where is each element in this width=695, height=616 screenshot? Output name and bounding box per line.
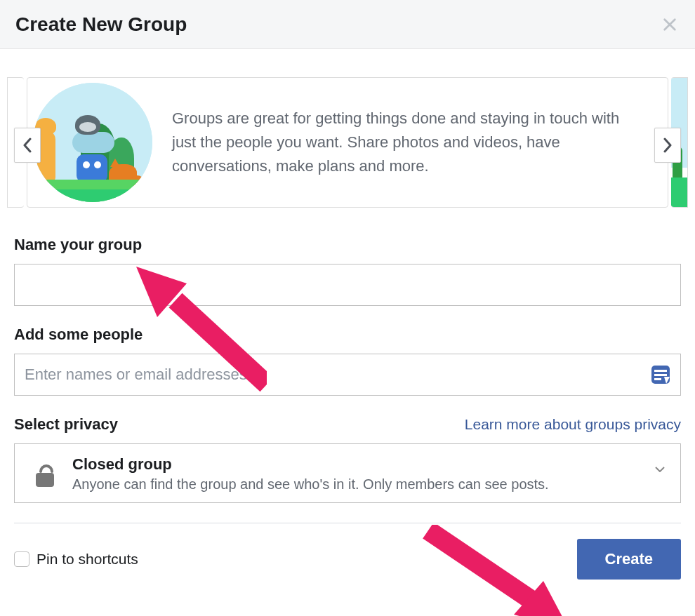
- privacy-section: Select privacy Learn more about groups p…: [14, 415, 681, 503]
- group-name-input[interactable]: [14, 264, 681, 306]
- privacy-label: Select privacy: [14, 415, 118, 434]
- carousel-next-button[interactable]: [654, 128, 681, 163]
- create-button[interactable]: Create: [577, 539, 681, 580]
- create-group-dialog: Create New Group: [0, 0, 695, 594]
- privacy-learn-link[interactable]: Learn more about groups privacy: [465, 416, 681, 433]
- privacy-option-title: Closed group: [72, 455, 549, 474]
- name-label: Name your group: [14, 236, 681, 254]
- pin-shortcuts-wrap: Pin to shortcuts: [14, 551, 138, 568]
- pin-shortcuts-label: Pin to shortcuts: [37, 551, 138, 568]
- close-button[interactable]: [660, 15, 680, 34]
- add-people-input[interactable]: [14, 354, 681, 396]
- groups-illustration: [33, 83, 152, 202]
- dialog-footer: Pin to shortcuts Create: [14, 539, 681, 594]
- name-section: Name your group: [14, 236, 681, 306]
- svg-rect-3: [654, 374, 667, 376]
- close-icon: [662, 17, 677, 32]
- dialog-title: Create New Group: [15, 13, 187, 36]
- svg-rect-2: [654, 370, 667, 372]
- dialog-header: Create New Group: [0, 0, 695, 49]
- dialog-body: Groups are great for getting things done…: [0, 49, 695, 594]
- caret-down-icon: [655, 462, 665, 475]
- people-section: Add some people: [14, 326, 681, 396]
- chevron-left-icon: [22, 138, 32, 153]
- note-icon[interactable]: [650, 364, 671, 385]
- privacy-dropdown[interactable]: Closed group Anyone can find the group a…: [14, 443, 681, 503]
- pin-shortcuts-checkbox[interactable]: [14, 551, 29, 567]
- people-label: Add some people: [14, 326, 681, 344]
- carousel-card: Groups are great for getting things done…: [27, 77, 668, 208]
- svg-rect-4: [36, 473, 54, 487]
- divider: [14, 523, 681, 523]
- carousel-prev-button[interactable]: [14, 128, 41, 163]
- intro-carousel: Groups are great for getting things done…: [14, 77, 681, 208]
- chevron-right-icon: [663, 138, 673, 153]
- carousel-description: Groups are great for getting things done…: [172, 107, 647, 178]
- lock-open-icon: [29, 459, 62, 490]
- privacy-option-description: Anyone can find the group and see who's …: [72, 476, 549, 493]
- privacy-text: Closed group Anyone can find the group a…: [72, 455, 549, 493]
